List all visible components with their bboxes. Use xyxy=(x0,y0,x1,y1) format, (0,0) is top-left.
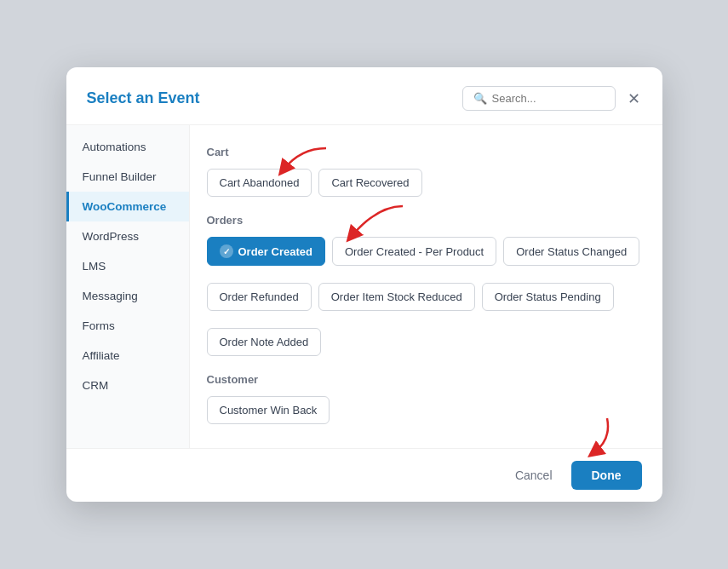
header-controls: 🔍 ✕ xyxy=(462,86,642,111)
modal-title: Select an Event xyxy=(87,89,200,107)
order-created-button[interactable]: ✓ Order Created xyxy=(207,237,325,266)
search-icon: 🔍 xyxy=(473,92,487,105)
customer-section-label: Customer xyxy=(207,373,645,386)
sidebar-item-wordpress[interactable]: WordPress xyxy=(66,221,189,251)
cart-recovered-button[interactable]: Cart Recovered xyxy=(318,169,421,197)
modal-footer: Cancel Done xyxy=(66,448,662,502)
search-input[interactable] xyxy=(492,92,605,105)
sidebar-item-crm[interactable]: CRM xyxy=(66,371,189,400)
orders-row1: ✓ Order Created Order Created - Per Prod… xyxy=(207,237,645,266)
cart-section: Cart Cart Abandoned Cart Recovered xyxy=(207,146,645,197)
cart-section-label: Cart xyxy=(207,146,645,158)
arrow-done xyxy=(565,414,616,461)
modal-header: Select an Event 🔍 ✕ xyxy=(66,67,662,125)
sidebar-item-affiliate[interactable]: Affiliate xyxy=(66,341,189,371)
title-prefix: Select an xyxy=(87,89,158,106)
done-button[interactable]: Done xyxy=(571,461,642,490)
orders-section: Orders ✓ Order Created Order Created - P… xyxy=(207,214,645,356)
order-note-added-button[interactable]: Order Note Added xyxy=(207,328,322,356)
order-created-per-product-button[interactable]: Order Created - Per Product xyxy=(332,237,496,266)
modal-body: Automations Funnel Builder WooCommerce W… xyxy=(66,125,662,448)
orders-row3: Order Note Added xyxy=(207,328,645,356)
title-highlight: Event xyxy=(158,89,200,106)
orders-row2: Order Refunded Order Item Stock Reduced … xyxy=(207,283,645,311)
orders-section-label: Orders xyxy=(207,214,645,227)
sidebar: Automations Funnel Builder WooCommerce W… xyxy=(66,125,190,448)
cancel-button[interactable]: Cancel xyxy=(505,462,563,489)
search-box[interactable]: 🔍 xyxy=(462,86,616,111)
cart-abandoned-button[interactable]: Cart Abandoned xyxy=(207,169,312,197)
order-status-changed-button[interactable]: Order Status Changed xyxy=(503,237,639,266)
order-item-stock-reduced-button[interactable]: Order Item Stock Reduced xyxy=(318,283,475,311)
sidebar-item-messaging[interactable]: Messaging xyxy=(66,281,189,311)
customer-win-back-button[interactable]: Customer Win Back xyxy=(207,396,330,424)
cart-buttons: Cart Abandoned Cart Recovered xyxy=(207,169,645,197)
sidebar-item-funnel-builder[interactable]: Funnel Builder xyxy=(66,162,189,192)
sidebar-item-lms[interactable]: LMS xyxy=(66,251,189,281)
select-event-modal: Select an Event 🔍 ✕ Automations Funnel B… xyxy=(66,67,662,502)
order-status-pending-button[interactable]: Order Status Pending xyxy=(482,283,614,311)
check-icon: ✓ xyxy=(220,244,233,258)
order-refunded-button[interactable]: Order Refunded xyxy=(207,283,312,311)
sidebar-item-automations[interactable]: Automations xyxy=(66,132,189,162)
sidebar-item-woocommerce[interactable]: WooCommerce xyxy=(66,192,189,221)
sidebar-item-forms[interactable]: Forms xyxy=(66,311,189,341)
main-content: Cart Cart Abandoned Cart Recovered Order… xyxy=(190,125,662,448)
close-button[interactable]: ✕ xyxy=(626,89,642,108)
